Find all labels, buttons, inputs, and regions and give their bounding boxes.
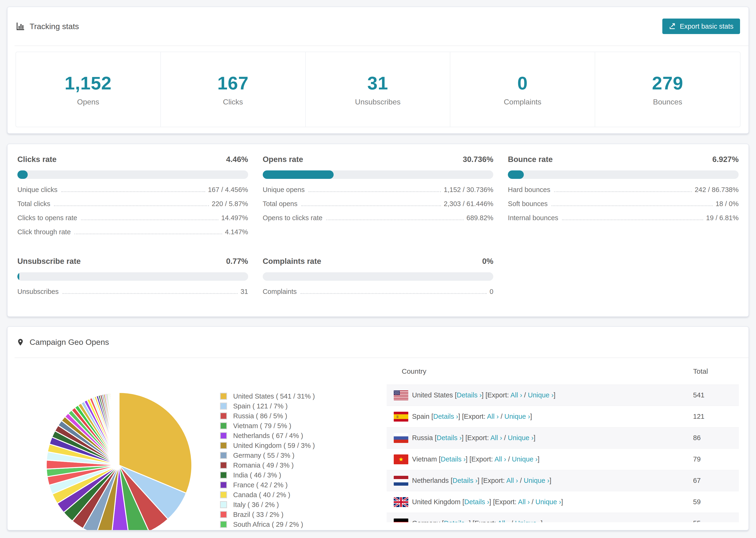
legend-item-vietnam: Vietnam ( 79 / 5% ) [220,421,315,431]
rate-section-complaints-rate: Complaints rate0%Complaints0 [263,257,494,302]
metric-label: Hard bounces [508,186,550,194]
stat-value: 279 [652,73,683,94]
export-unique-link[interactable]: Unique › [508,434,534,442]
export-all-link[interactable]: All › [518,498,530,506]
export-unique-link[interactable]: Unique › [504,413,530,420]
stat-cell-clicks: 167Clicks [161,52,306,127]
rate-progress-bar [508,170,739,179]
legend-swatch [220,452,227,459]
campaign-geo-opens-header: Campaign Geo Opens [8,327,748,357]
geo-opens-pie-chart [38,384,200,530]
export-unique-link[interactable]: Unique › [512,456,538,463]
legend-swatch [220,462,227,469]
legend-swatch [220,432,227,439]
campaign-geo-opens-card: Campaign Geo Opens United States ( 541 /… [7,326,749,530]
rate-value: 0.77% [226,257,248,266]
geo-content: United States ( 541 / 31% )Spain ( 121 /… [8,358,748,530]
export-all-link[interactable]: All › [495,456,506,463]
metric-row: Internal bounces19 / 6.81% [508,214,739,228]
country-name: Vietnam [412,456,437,463]
metric-row: Total opens2,303 / 61.446% [263,200,494,214]
pie-legend: United States ( 541 / 31% )Spain ( 121 /… [220,391,315,529]
metric-row: Hard bounces242 / 86.738% [508,186,739,200]
legend-swatch [220,481,227,488]
metric-label: Total clicks [17,200,50,208]
geo-table-row-germany: Germany [Details ›] [Export: All › / Uni… [387,512,739,522]
tracking-stats-card: Tracking stats Export basic stats 1,152O… [7,7,749,134]
legend-swatch [220,511,227,518]
tracking-stats-header: Tracking stats Export basic stats [8,7,748,45]
dotted-leader [61,191,205,192]
details-link[interactable]: Details › [441,456,465,463]
rate-value: 4.46% [226,155,248,164]
metric-row: Total clicks220 / 5.87% [17,200,248,214]
legend-item-italy: Italy ( 36 / 2% ) [220,500,315,510]
export-unique-link[interactable]: Unique › [515,519,541,522]
export-unique-link[interactable]: Unique › [524,477,550,484]
export-label: Export: [467,434,489,442]
tracking-stats-title: Tracking stats [29,22,79,31]
details-link[interactable]: Details › [444,519,469,522]
stat-cell-complaints: 0Complaints [450,52,595,127]
stat-cell-bounces: 279Bounces [595,52,740,127]
stat-value: 0 [517,73,528,94]
map-pin-icon [17,338,25,347]
export-unique-link[interactable]: Unique › [528,391,554,399]
export-label: Export: [471,456,493,463]
country-name: Netherlands [412,477,449,484]
legend-swatch [220,422,227,429]
metric-value: 14.497% [221,214,248,222]
stat-value: 31 [367,73,388,94]
export-all-link[interactable]: All › [498,519,509,522]
geo-table-header-row: Country Total [387,358,739,385]
metric-label: Opens to clicks rate [263,214,323,222]
export-all-link[interactable]: All › [506,477,518,484]
details-link[interactable]: Details › [433,413,458,420]
country-total: 121 [693,413,704,420]
legend-swatch [220,471,227,479]
geo-table-row-united-states: United States [Details ›] [Export: All ›… [387,385,739,406]
stat-label: Bounces [653,98,682,106]
legend-swatch [220,442,227,449]
details-link[interactable]: Details › [453,477,477,484]
geo-table-row-russia: Russia [Details ›] [Export: All › / Uniq… [387,427,739,449]
details-link[interactable]: Details › [464,498,489,506]
header-divider [15,45,748,46]
country-total: 79 [693,456,701,463]
country-total: 541 [693,391,704,399]
rate-value: 0% [482,257,494,266]
dotted-leader [552,205,713,206]
export-all-link[interactable]: All › [511,391,522,399]
export-unique-link[interactable]: Unique › [535,498,561,506]
metric-label: Clicks to opens rate [17,214,77,222]
metric-row: Clicks to opens rate14.497% [17,214,248,228]
rate-section-opens-rate: Opens rate30.736%Unique opens1,152 / 30.… [263,155,494,242]
rate-section-unsubscribe-rate: Unsubscribe rate0.77%Unsubscribes31 [17,257,248,302]
export-icon [669,23,676,30]
export-label: Export: [495,498,516,506]
metric-value: 18 / 0% [716,200,739,208]
geo-table-row-spain: Spain [Details ›] [Export: All › / Uniqu… [387,406,739,427]
legend-swatch [220,403,227,409]
dotted-leader [554,191,692,192]
rate-progress-fill [17,272,19,281]
details-link[interactable]: Details › [437,434,461,442]
nl-flag-icon [394,476,408,486]
metric-row: Complaints0 [263,288,494,302]
metric-row: Unsubscribes31 [17,288,248,302]
export-all-link[interactable]: All › [487,413,499,420]
export-basic-stats-button[interactable]: Export basic stats [662,19,740,34]
metric-label: Click through rate [17,228,71,236]
dotted-leader [63,293,238,294]
rate-progress-fill [508,170,524,179]
stat-cell-opens: 1,152Opens [16,52,161,127]
export-label: Export: [464,413,486,420]
rate-progress-fill [17,170,28,179]
details-link[interactable]: Details › [457,391,482,399]
dotted-leader [54,205,209,206]
rate-title: Clicks rate [17,155,57,164]
legend-item-netherlands: Netherlands ( 67 / 4% ) [220,431,315,441]
export-all-link[interactable]: All › [490,434,502,442]
metric-label: Unique clicks [17,186,58,194]
export-label: Export: [474,519,496,522]
